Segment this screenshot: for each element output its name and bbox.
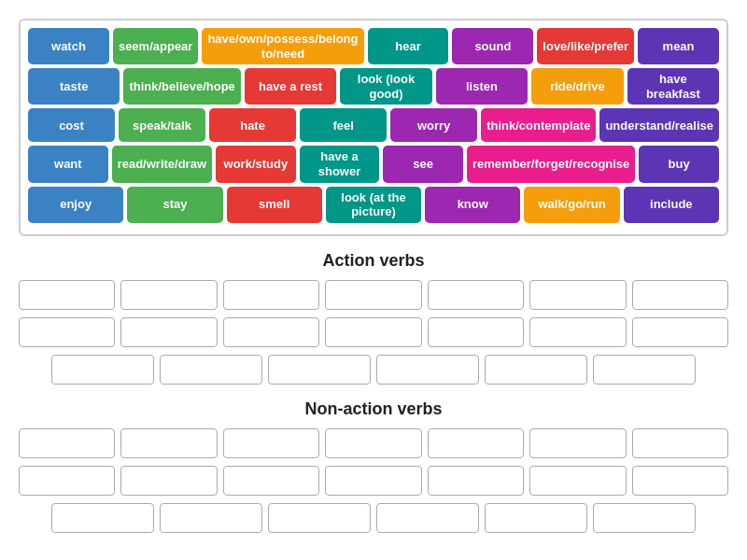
answer-area-1 (19, 428, 728, 533)
verb-tile[interactable]: smell (227, 187, 322, 223)
verb-tile[interactable]: speak/talk (119, 108, 205, 142)
verb-row-1: tastethink/believe/hopehave a restlook (… (28, 68, 719, 105)
answer-box[interactable] (428, 317, 524, 347)
verb-tile[interactable]: remember/forget/recognise (467, 146, 635, 182)
answer-box[interactable] (120, 280, 217, 310)
verb-row-3: wantread/write/drawwork/studyhave a show… (28, 146, 719, 182)
answer-box[interactable] (485, 503, 587, 533)
answer-box[interactable] (485, 355, 587, 385)
answer-box[interactable] (325, 317, 421, 347)
answer-row (19, 317, 728, 347)
verb-row-2: costspeak/talkhatefeelworrythink/contemp… (28, 108, 719, 142)
answer-box[interactable] (268, 355, 371, 385)
answer-box[interactable] (529, 466, 626, 496)
answer-box[interactable] (223, 428, 319, 458)
verb-tile[interactable]: understand/realise (599, 108, 719, 142)
verb-row-0: watchseem/appearhave/own/possess/belong … (28, 28, 719, 64)
verb-grid-container: watchseem/appearhave/own/possess/belong … (19, 19, 728, 236)
answer-box[interactable] (632, 317, 728, 347)
verb-tile[interactable]: stay (127, 187, 222, 223)
answer-row (19, 280, 728, 310)
verb-tile[interactable]: read/write/draw (112, 146, 212, 182)
verb-tile[interactable]: watch (28, 28, 109, 64)
answer-box[interactable] (120, 428, 217, 458)
answer-box[interactable] (325, 428, 421, 458)
verb-tile[interactable]: think/contemplate (481, 108, 596, 142)
answer-box[interactable] (529, 428, 626, 458)
answer-box[interactable] (160, 503, 262, 533)
answer-box[interactable] (223, 317, 319, 347)
answer-box[interactable] (428, 466, 524, 496)
verb-tile[interactable]: sound (452, 28, 533, 64)
verb-tile[interactable]: cost (28, 108, 115, 142)
verb-tile[interactable]: enjoy (28, 187, 123, 223)
verb-tile[interactable]: feel (300, 108, 387, 142)
answer-row (19, 428, 728, 458)
answer-box[interactable] (428, 428, 524, 458)
section-title-0: Action verbs (9, 251, 738, 271)
answer-box[interactable] (19, 466, 115, 496)
answer-box[interactable] (223, 466, 319, 496)
answer-box[interactable] (19, 428, 115, 458)
answer-box[interactable] (120, 317, 217, 347)
answer-box[interactable] (632, 280, 728, 310)
verb-row-4: enjoystaysmelllook (at the picture)knoww… (28, 187, 719, 223)
answer-box[interactable] (428, 280, 524, 310)
verb-tile[interactable]: buy (639, 146, 719, 182)
verb-tile[interactable]: see (383, 146, 463, 182)
answer-box[interactable] (325, 466, 421, 496)
answer-box[interactable] (268, 503, 371, 533)
verb-tile[interactable]: hear (368, 28, 449, 64)
verb-tile[interactable]: have a rest (245, 68, 336, 105)
answer-box[interactable] (376, 503, 479, 533)
verb-tile[interactable]: want (28, 146, 108, 182)
verb-tile[interactable]: walk/go/run (524, 187, 619, 223)
answer-box[interactable] (593, 355, 696, 385)
section-title-1: Non-action verbs (9, 399, 738, 419)
answer-box[interactable] (529, 317, 626, 347)
verb-tile[interactable]: ride/drive (531, 68, 623, 105)
verb-tile[interactable]: have/own/possess/belong to/need (202, 28, 363, 64)
answer-box[interactable] (325, 280, 421, 310)
answer-area-0 (19, 280, 728, 385)
verb-tile[interactable]: worry (390, 108, 477, 142)
answer-box[interactable] (51, 355, 154, 385)
verb-tile[interactable]: taste (28, 68, 120, 105)
verb-tile[interactable]: look (at the picture) (326, 187, 421, 223)
verb-tile[interactable]: have a shower (300, 146, 380, 182)
verb-tile[interactable]: mean (638, 28, 719, 64)
verb-tile[interactable]: think/believe/hope (123, 68, 240, 105)
answer-row (19, 355, 728, 385)
answer-row (19, 503, 728, 533)
answer-box[interactable] (593, 503, 696, 533)
verb-tile[interactable]: know (425, 187, 520, 223)
answer-box[interactable] (51, 503, 154, 533)
answer-box[interactable] (632, 428, 728, 458)
answer-box[interactable] (19, 280, 115, 310)
answer-box[interactable] (223, 280, 319, 310)
verb-tile[interactable]: hate (209, 108, 296, 142)
answer-box[interactable] (529, 280, 626, 310)
answer-box[interactable] (632, 466, 728, 496)
verb-tile[interactable]: love/like/prefer (537, 28, 634, 64)
verb-tile[interactable]: have breakfast (627, 68, 719, 105)
answer-box[interactable] (19, 317, 115, 347)
answer-box[interactable] (160, 355, 262, 385)
verb-tile[interactable]: include (624, 187, 719, 223)
verb-tile[interactable]: seem/appear (113, 28, 199, 64)
answer-box[interactable] (376, 355, 479, 385)
verb-tile[interactable]: listen (436, 68, 528, 105)
answer-box[interactable] (120, 466, 217, 496)
verb-tile[interactable]: work/study (216, 146, 296, 182)
verb-tile[interactable]: look (look good) (340, 68, 431, 105)
answer-row (19, 466, 728, 496)
